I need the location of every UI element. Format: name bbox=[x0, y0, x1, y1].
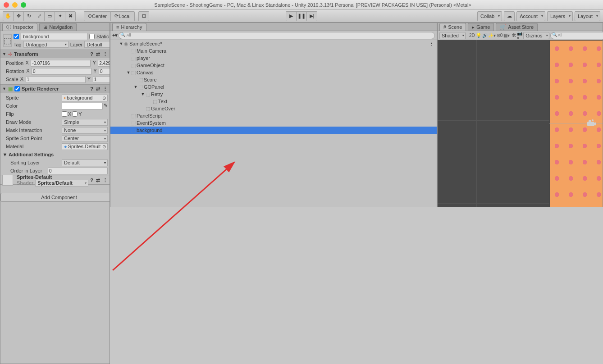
orderinlayer-input[interactable] bbox=[48, 168, 108, 174]
additional-settings-label[interactable]: Additional Settings bbox=[9, 152, 54, 157]
transform-tool-button[interactable]: ✦ bbox=[55, 11, 65, 21]
pos-x-input[interactable] bbox=[31, 60, 91, 67]
mask-dropdown[interactable]: None bbox=[62, 127, 108, 134]
hidden-toggle[interactable]: ⊘0 bbox=[497, 32, 503, 39]
fx-toggle[interactable]: ✨▾ bbox=[489, 32, 496, 39]
scale-y-input[interactable] bbox=[93, 76, 110, 83]
scene-viewport[interactable] bbox=[438, 40, 603, 207]
collab-dropdown[interactable]: Collab bbox=[477, 11, 502, 21]
hierarchy-search[interactable]: All bbox=[119, 32, 435, 39]
window-title: SampleScene - ShootingGame - PC, Mac & L… bbox=[26, 2, 599, 8]
pos-y-input[interactable] bbox=[98, 60, 110, 67]
cloud-button[interactable]: ☁ bbox=[504, 11, 515, 21]
hierarchy-item-text[interactable]: ⬚Text bbox=[110, 98, 437, 105]
hierarchy-item-gopanel[interactable]: ▼⬚GOPanel bbox=[110, 83, 437, 91]
position-label: Position bbox=[2, 60, 23, 66]
shader-label: Shader bbox=[17, 180, 33, 186]
layers-dropdown[interactable]: Layers bbox=[547, 11, 573, 21]
add-component-button[interactable]: Add Component bbox=[0, 193, 110, 202]
rot-x-input[interactable] bbox=[32, 68, 91, 75]
grid-toggle[interactable]: ▦▾ bbox=[503, 32, 510, 39]
gameobject-icon[interactable]: ⬚ bbox=[3, 34, 12, 47]
rect-tool-button[interactable]: ▭ bbox=[44, 11, 55, 21]
audio-toggle[interactable]: 🔊 bbox=[482, 32, 488, 39]
drawmode-dropdown[interactable]: Simple bbox=[62, 119, 108, 126]
layout-dropdown[interactable]: Layout bbox=[575, 11, 600, 21]
scale-tool-button[interactable]: ⤢ bbox=[34, 11, 45, 21]
tools-icon[interactable]: 🛠 bbox=[512, 32, 516, 39]
camera-gizmo-icon[interactable] bbox=[586, 119, 597, 128]
help-icon[interactable]: ? bbox=[90, 51, 93, 57]
menu-icon[interactable]: ⋮ bbox=[103, 51, 108, 57]
hierarchy-item-retry[interactable]: ▼⬚Retry bbox=[110, 91, 437, 98]
drawmode-label: Draw Mode bbox=[2, 119, 61, 125]
minimize-window-button[interactable] bbox=[12, 2, 18, 8]
step-button[interactable]: ▶| bbox=[306, 11, 317, 21]
gizmos-dropdown[interactable]: Gizmos bbox=[523, 32, 549, 39]
transform-component-header[interactable]: ▼⊹Transform ?⇄⋮ bbox=[0, 50, 110, 58]
play-button[interactable]: ▶ bbox=[286, 11, 297, 21]
preset-icon[interactable]: ⇄ bbox=[96, 86, 100, 92]
hierarchy-item-main-camera[interactable]: ⬚Main Camera bbox=[110, 47, 437, 55]
gameobject-name-input[interactable] bbox=[21, 33, 87, 40]
tab-inspector[interactable]: ⓘInspector bbox=[2, 23, 37, 31]
hierarchy-item-samplescene-[interactable]: ▼◉SampleScene*⋮ bbox=[110, 40, 437, 47]
material-card-header[interactable]: Sprites-Default ShaderSprites/Default ?⇄… bbox=[0, 176, 110, 184]
sprite-renderer-header[interactable]: ▼▣Sprite Renderer ?⇄⋮ bbox=[0, 85, 110, 93]
custom-tool-button[interactable]: ✖ bbox=[65, 11, 76, 21]
shading-mode-dropdown[interactable]: Shaded bbox=[439, 32, 466, 39]
rotate-tool-button[interactable]: ↻ bbox=[23, 11, 34, 21]
sortinglayer-dropdown[interactable]: Default bbox=[62, 159, 108, 166]
account-dropdown[interactable]: Account bbox=[516, 11, 545, 21]
color-field[interactable] bbox=[62, 103, 103, 109]
flip-x-checkbox[interactable] bbox=[62, 111, 67, 117]
material-field[interactable]: ●Sprites-Default bbox=[62, 143, 108, 150]
pause-button[interactable]: ❚❚ bbox=[296, 11, 307, 21]
tab-scene[interactable]: #Scene bbox=[439, 23, 466, 31]
menu-icon[interactable]: ⋮ bbox=[103, 177, 108, 183]
hierarchy-item-background[interactable]: ⬚background bbox=[110, 127, 437, 134]
zoom-window-button[interactable] bbox=[21, 2, 26, 8]
preset-icon[interactable]: ⇄ bbox=[96, 51, 100, 57]
rot-y-input[interactable] bbox=[99, 68, 110, 75]
snap-button[interactable]: ⊞ bbox=[138, 11, 149, 21]
tab-game[interactable]: ▸Game bbox=[468, 23, 494, 31]
hierarchy-item-panelscript[interactable]: ⬚PanelScript bbox=[110, 112, 437, 119]
tab-navigation[interactable]: ⊞Navigation bbox=[39, 23, 77, 31]
hierarchy-item-gameobject[interactable]: ⬚GameObject bbox=[110, 62, 437, 69]
pivot-local-button[interactable]: ⟳Local bbox=[110, 11, 135, 21]
2d-toggle[interactable]: 2D bbox=[469, 32, 475, 39]
menu-icon[interactable]: ⋮ bbox=[103, 86, 108, 92]
move-tool-button[interactable]: ✥ bbox=[13, 11, 24, 21]
sortpoint-label: Sprite Sort Point bbox=[2, 136, 61, 141]
close-window-button[interactable] bbox=[4, 2, 9, 8]
help-icon[interactable]: ? bbox=[90, 86, 93, 92]
hierarchy-item-score[interactable]: ⬚Score bbox=[110, 76, 437, 83]
scene-search[interactable]: All bbox=[550, 32, 603, 39]
tab-hierarchy[interactable]: ≡Hierarchy bbox=[112, 23, 146, 31]
create-dropdown[interactable]: +▾ bbox=[112, 32, 118, 38]
pivot-center-button[interactable]: ⊕Center bbox=[84, 11, 111, 21]
hierarchy-item-gameover[interactable]: ⬚GameOver bbox=[110, 105, 437, 112]
sr-enabled-checkbox[interactable] bbox=[14, 86, 20, 91]
sprite-field[interactable]: ▪background bbox=[62, 95, 108, 101]
camera-icon[interactable]: 📷▾ bbox=[517, 32, 522, 39]
sortpoint-dropdown[interactable]: Center bbox=[62, 135, 108, 142]
shader-dropdown[interactable]: Sprites/Default bbox=[35, 180, 88, 187]
hand-tool-button[interactable]: ✋ bbox=[3, 11, 14, 21]
scale-x-input[interactable] bbox=[26, 76, 86, 83]
hierarchy-item-canvas[interactable]: ▼⬚Canvas bbox=[110, 69, 437, 76]
layer-dropdown[interactable]: Default bbox=[84, 41, 110, 48]
flip-y-checkbox[interactable] bbox=[72, 111, 78, 117]
help-icon[interactable]: ? bbox=[90, 177, 93, 183]
hierarchy-item-eventsystem[interactable]: ⬚EventSystem bbox=[110, 119, 437, 127]
layer-label: Layer bbox=[70, 42, 83, 47]
lighting-toggle[interactable]: 💡 bbox=[476, 32, 481, 39]
tab-asset-store[interactable]: 🛒Asset Store bbox=[496, 23, 538, 31]
tag-dropdown[interactable]: Untagged bbox=[23, 41, 69, 48]
preset-icon[interactable]: ⇄ bbox=[96, 177, 100, 183]
eyedropper-icon[interactable]: ✎ bbox=[104, 103, 108, 109]
active-checkbox[interactable] bbox=[14, 34, 19, 39]
static-checkbox[interactable] bbox=[89, 34, 95, 39]
hierarchy-item-player[interactable]: ⬚player bbox=[110, 55, 437, 62]
